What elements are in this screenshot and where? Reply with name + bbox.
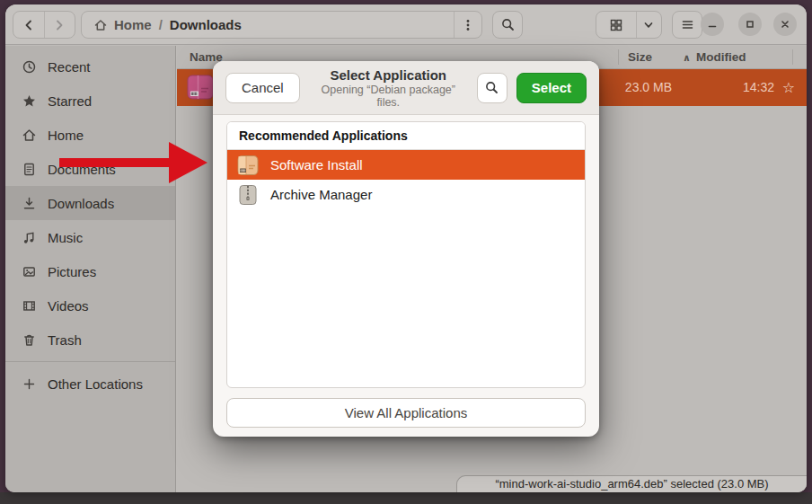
- desktop-bottom-strip: [0, 492, 812, 504]
- maximize-icon: [745, 19, 755, 30]
- status-text: “mind-work-ai-studio_arm64.deb” selected…: [495, 477, 768, 491]
- search-icon: [500, 17, 516, 32]
- sidebar-item-recent[interactable]: Recent: [5, 49, 175, 84]
- desktop-background: Home / Downloads: [0, 0, 812, 504]
- sort-ascending-icon: ∧: [683, 52, 691, 63]
- application-list: Recommended Applications Software Instal…: [226, 121, 586, 388]
- sidebar-item-label: Trash: [48, 332, 82, 348]
- download-icon: [22, 196, 37, 211]
- search-button[interactable]: [492, 11, 523, 39]
- view-toggle-split-button: [596, 11, 662, 39]
- view-options-button[interactable]: [636, 12, 661, 38]
- column-header-modified[interactable]: ∧Modified: [683, 46, 746, 69]
- cancel-button[interactable]: Cancel: [225, 73, 300, 103]
- app-row-archive-manager[interactable]: Archive Manager: [227, 180, 585, 209]
- breadcrumb-current[interactable]: Downloads: [170, 17, 242, 32]
- main-menu-button[interactable]: [672, 11, 702, 39]
- view-all-applications-button[interactable]: View All Applications: [226, 398, 586, 428]
- zip-archive-icon: [236, 183, 260, 207]
- app-row-software-install[interactable]: Software Install: [227, 150, 585, 180]
- film-icon: [22, 298, 37, 314]
- kebab-menu-icon: [461, 18, 475, 32]
- software-install-package-icon: [236, 154, 260, 177]
- breadcrumb-home[interactable]: Home: [82, 17, 152, 32]
- minimize-icon: [707, 19, 718, 30]
- dialog-subtitle: Opening “Debian package” files.: [309, 84, 468, 109]
- breadcrumb-home-label: Home: [114, 17, 152, 32]
- sidebar-item-pictures[interactable]: Pictures: [5, 254, 175, 288]
- column-divider: [618, 49, 619, 65]
- dialog-titles: Select Application Opening “Debian packa…: [309, 67, 468, 109]
- home-icon: [93, 18, 108, 32]
- forward-icon: [52, 18, 66, 32]
- deb-package-icon: [185, 72, 216, 102]
- home-icon: [22, 128, 37, 143]
- chevron-down-icon: [642, 19, 655, 31]
- select-application-dialog: Cancel Select Application Opening “Debia…: [213, 61, 599, 437]
- column-header-size[interactable]: Size: [628, 46, 652, 68]
- close-icon: [780, 19, 790, 30]
- back-button[interactable]: [13, 12, 44, 38]
- file-modified-time: 14:32: [680, 69, 774, 106]
- sidebar-item-downloads[interactable]: Downloads: [5, 186, 175, 220]
- column-divider: [792, 49, 793, 65]
- sidebar-item-music[interactable]: Music: [5, 220, 175, 254]
- select-button[interactable]: Select: [516, 73, 587, 103]
- close-button[interactable]: [773, 13, 797, 36]
- star-icon: [22, 93, 37, 109]
- sidebar-separator: [5, 361, 175, 362]
- sidebar-item-videos[interactable]: Videos: [5, 288, 175, 323]
- dialog-title: Select Application: [309, 67, 468, 83]
- dialog-header: Cancel Select Application Opening “Debia…: [213, 61, 599, 115]
- sidebar-item-label: Other Locations: [48, 376, 143, 392]
- music-note-icon: [22, 230, 37, 245]
- status-bar: “mind-work-ai-studio_arm64.deb” selected…: [456, 475, 807, 492]
- trash-icon: [22, 332, 37, 348]
- picture-icon: [22, 264, 37, 279]
- star-toggle-icon[interactable]: ☆: [775, 69, 802, 106]
- sidebar-item-label: Pictures: [48, 264, 96, 279]
- dialog-search-button[interactable]: [477, 73, 508, 103]
- breadcrumb[interactable]: Home / Downloads: [81, 11, 482, 39]
- document-icon: [22, 162, 37, 177]
- clock-icon: [22, 59, 37, 75]
- sidebar-item-label: Downloads: [48, 196, 114, 211]
- recommended-applications-header: Recommended Applications: [227, 122, 585, 150]
- app-name: Archive Manager: [270, 187, 372, 202]
- grid-view-button[interactable]: [596, 12, 636, 38]
- hamburger-menu-icon: [680, 17, 695, 32]
- sidebar-item-other-locations[interactable]: Other Locations: [5, 367, 175, 401]
- app-name: Software Install: [270, 157, 363, 172]
- sidebar-item-trash[interactable]: Trash: [5, 323, 175, 357]
- titlebar: Home / Downloads: [5, 4, 807, 45]
- grid-view-icon: [609, 18, 623, 32]
- sidebar-item-label: Starred: [48, 93, 92, 109]
- red-arrow-annotation: [54, 137, 214, 190]
- path-menu-button[interactable]: [454, 12, 481, 38]
- sidebar-item-label: Music: [48, 230, 83, 245]
- nav-button-group: [13, 11, 75, 39]
- maximize-button[interactable]: [738, 13, 762, 36]
- breadcrumb-separator: /: [152, 17, 170, 32]
- sidebar-item-label: Videos: [48, 298, 89, 314]
- forward-button[interactable]: [44, 12, 75, 38]
- sidebar-item-starred[interactable]: Starred: [5, 84, 175, 118]
- back-icon: [22, 18, 36, 32]
- plus-icon: [22, 376, 37, 392]
- sidebar-item-label: Recent: [48, 59, 91, 75]
- sidebar: Recent Starred Home Documents Downloads …: [5, 46, 176, 492]
- search-icon: [484, 80, 499, 95]
- minimize-button[interactable]: [701, 13, 724, 36]
